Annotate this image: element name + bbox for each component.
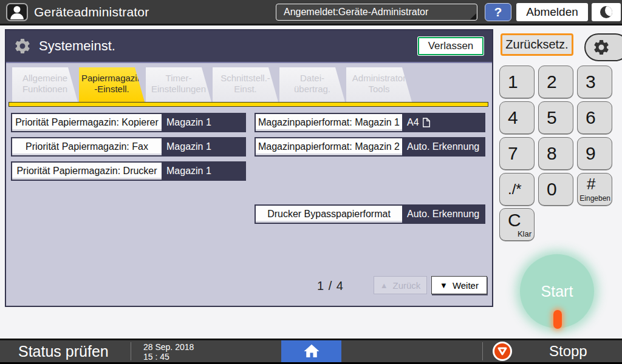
up-triangle-icon: ▲ [380, 281, 388, 290]
login-status-dropdown[interactable]: Angemeldet:Geräte-Administrator [276, 4, 477, 21]
panel-title: Systemeinst. [39, 38, 115, 54]
setting-value: Magazin 1 [163, 138, 245, 155]
setting-prioritaet-fax-button[interactable]: Priorität Papiermagazin: Fax [12, 138, 163, 155]
setting-row: Magazinpapierformat: Magazin 1 A4 [255, 113, 485, 132]
keypad-dot-star[interactable]: ./* [499, 173, 535, 206]
keypad-1[interactable]: 1 [499, 66, 535, 98]
page-separator: / [329, 279, 333, 292]
keypad-5[interactable]: 5 [538, 101, 573, 134]
setting-papierformat-magazin1-button[interactable]: Magazinpapierformat: Magazin 1 [256, 114, 403, 131]
stop-button[interactable]: Stopp [492, 341, 622, 362]
tab-label: Administrator [346, 73, 412, 84]
previous-label: Zurück [393, 280, 421, 291]
keypad-2[interactable]: 2 [538, 66, 573, 98]
setting-value: Magazin 1 [163, 163, 245, 180]
tab-label: Papiermagazin [79, 73, 145, 84]
setting-value-text: A4 [407, 117, 419, 128]
setting-papierformat-magazin2-button[interactable]: Magazinpapierformat: Magazin 2 [256, 138, 403, 155]
panel-header: Systemeinst. Verlassen [6, 30, 492, 63]
setting-prioritaet-drucker-button[interactable]: Priorität Papiermagazin: Drucker [12, 163, 163, 180]
setting-row: Magazinpapierformat: Magazin 2 Auto. Erk… [255, 137, 485, 157]
exit-button[interactable]: Verlassen [418, 37, 484, 55]
stop-icon [492, 341, 513, 362]
divider [482, 342, 483, 360]
tab-label: Einstellungen [146, 84, 211, 95]
crescent-moon-icon [600, 6, 612, 18]
setting-value: Magazin 1 [163, 114, 245, 131]
setting-row: Priorität Papiermagazin: Drucker Magazin… [11, 161, 246, 181]
tab-administrator-tools[interactable]: Administrator Tools [346, 67, 412, 102]
hash-icon: # [587, 175, 595, 194]
tools-pill-button[interactable] [584, 33, 622, 61]
reset-button[interactable]: Zurücksetz. [501, 33, 573, 56]
tab-allgemeine-funktionen[interactable]: Allgemeine Funktionen [12, 67, 78, 102]
setting-value: Auto. Erkennung [403, 206, 484, 223]
setting-row: Priorität Papiermagazin: Kopierer Magazi… [11, 113, 246, 132]
energy-saver-button[interactable] [592, 3, 621, 21]
dropdown-corner-icon [470, 13, 476, 19]
home-icon [302, 342, 321, 360]
tab-label: Timer- [146, 73, 211, 84]
active-tab-underline [9, 102, 488, 107]
start-led-indicator [553, 310, 562, 329]
help-button[interactable]: ? [485, 3, 511, 21]
check-status-button[interactable]: Status prüfen [18, 340, 109, 362]
tab-label: Allgemeine [12, 73, 78, 84]
stop-label: Stopp [549, 343, 587, 360]
setting-value: Auto. Erkennung [403, 138, 484, 155]
down-triangle-icon: ▼ [440, 281, 448, 290]
date-text: 28 Sep. 2018 [143, 342, 194, 352]
tab-dateiuebertrag[interactable]: Datei- übertrag. [279, 67, 345, 102]
login-status-text: Angemeldet:Geräte-Administrator [284, 7, 428, 18]
gear-icon [13, 37, 32, 55]
tab-label: Datei- [279, 73, 345, 84]
previous-page-button[interactable]: ▲ Zurück [374, 276, 427, 294]
enter-sublabel: Eingeben [579, 194, 610, 203]
tab-label: -Einstell. [79, 84, 145, 95]
tab-schnittstell-einst[interactable]: Schnittstell.- Einst. [213, 67, 278, 102]
tab-label: Einst. [213, 84, 278, 95]
time-text: 15 : 45 [143, 352, 194, 362]
keypad-3[interactable]: 3 [577, 66, 612, 98]
logout-button[interactable]: Abmelden [516, 3, 588, 21]
setting-row: Priorität Papiermagazin: Fax Magazin 1 [11, 137, 246, 157]
next-page-button[interactable]: ▼ Weiter [431, 276, 487, 294]
divider [131, 342, 131, 360]
datetime-display: 28 Sep. 2018 15 : 45 [143, 342, 194, 362]
keypad-6[interactable]: 6 [577, 101, 612, 134]
logged-in-user-title: Geräteadministrator [34, 5, 149, 19]
page-indicator: 1 / 4 [317, 279, 344, 293]
clear-letter: C [508, 210, 521, 231]
top-bar: Geräteadministrator Angemeldet:Geräte-Ad… [0, 0, 622, 25]
tab-papiermagazin-einstell[interactable]: Papiermagazin -Einstell. [79, 67, 145, 102]
clear-sublabel: Klar [518, 229, 531, 238]
keypad-9[interactable]: 9 [577, 137, 612, 170]
bottom-bar: Status prüfen 28 Sep. 2018 15 : 45 Stopp [0, 339, 622, 364]
page-current: 1 [317, 279, 324, 292]
keypad-enter[interactable]: # Eingeben [577, 173, 612, 206]
paper-portrait-icon [422, 117, 431, 128]
start-button[interactable]: Start [520, 254, 594, 328]
keypad-8[interactable]: 8 [538, 137, 573, 170]
next-label: Weiter [453, 280, 479, 291]
system-settings-panel: Systemeinst. Verlassen Allgemeine Funkti… [5, 29, 493, 307]
setting-row: Drucker Bypasspapierformat Auto. Erkennu… [255, 204, 485, 224]
keypad-7[interactable]: 7 [499, 137, 535, 170]
page-total: 4 [337, 279, 344, 292]
tab-label: übertrag. [279, 84, 345, 95]
keypad-4[interactable]: 4 [499, 101, 535, 134]
setting-value: A4 [403, 114, 484, 131]
gear-icon [592, 38, 610, 56]
tab-label: Tools [346, 84, 412, 95]
tab-label: Schnittstell.- [213, 73, 278, 84]
help-icon: ? [494, 5, 502, 19]
setting-bypasspapierformat-button[interactable]: Drucker Bypasspapierformat [256, 206, 403, 223]
tab-label: Funktionen [12, 84, 78, 95]
user-account-icon[interactable] [6, 3, 28, 21]
keypad-0[interactable]: 0 [538, 173, 573, 206]
home-button[interactable] [281, 340, 341, 362]
setting-prioritaet-kopierer-button[interactable]: Priorität Papiermagazin: Kopierer [12, 114, 163, 131]
start-label: Start [541, 283, 573, 300]
clear-button[interactable]: C Klar [499, 208, 535, 241]
tab-timer-einstellungen[interactable]: Timer- Einstellungen [146, 67, 211, 102]
